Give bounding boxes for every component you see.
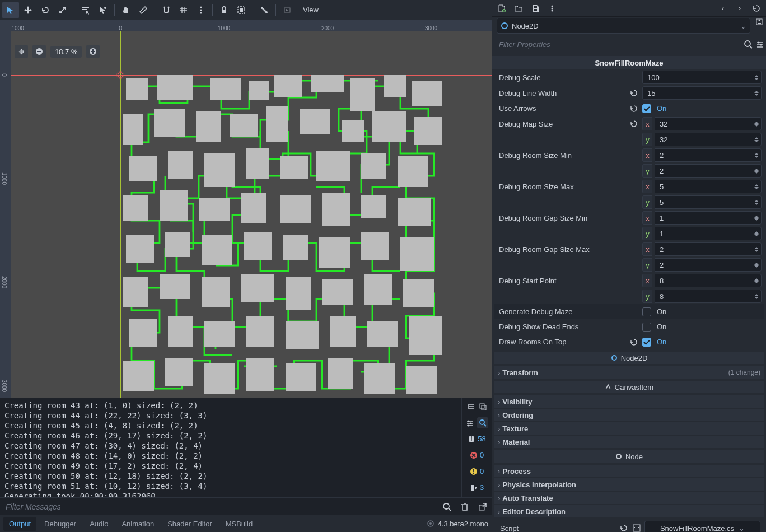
svg-rect-29 [342,120,364,142]
tab-debugger[interactable]: Debugger [39,517,82,531]
rotate-tool-icon[interactable] [37,2,54,18]
copy-icon[interactable] [479,403,487,410]
generate-maze-checkbox[interactable] [642,307,651,316]
tab-audio[interactable]: Audio [84,517,114,531]
gap-max-y-input[interactable]: 2 [655,258,762,272]
clear-log-icon[interactable] [456,502,474,511]
warn-count-badge[interactable]: !0 [462,463,492,479]
filter-options-icon[interactable] [756,40,764,48]
inspected-node-row[interactable]: Node2D ⌄ [497,18,750,34]
animation-options-icon[interactable] [279,2,296,18]
filter-properties-input[interactable] [494,40,740,49]
history-reload-icon[interactable] [750,2,763,15]
separator [275,4,276,16]
start-y-input[interactable]: 8 [655,290,762,303]
category-ordering[interactable]: ›Ordering [494,409,764,421]
gap-max-x-input[interactable]: 2 [655,242,762,256]
docs-icon[interactable] [755,17,764,33]
info-count-badge[interactable]: !58 [462,431,492,447]
script-file-button[interactable]: SnowFillRoomMaze.cs⌄ [644,521,760,532]
error-count-badge[interactable]: 0 [462,447,492,463]
zoom-in-icon[interactable] [86,45,100,58]
list-select-icon[interactable] [77,2,94,18]
history-prev-icon[interactable]: ‹ [717,2,729,15]
perf-count-badge[interactable]: 3 [462,479,492,496]
history-next-icon[interactable]: › [734,2,746,15]
zoom-reset-icon[interactable]: ✥ [15,45,28,58]
inspected-node-label: Node2D [512,22,737,30]
svg-rect-23 [123,114,143,145]
new-resource-icon[interactable] [496,2,508,15]
use-arrows-checkbox[interactable] [642,104,651,113]
prop-label: Debug Room Gap Size Max [497,245,625,254]
tab-msbuild[interactable]: MSBuild [220,517,258,531]
extra-options-icon[interactable] [546,2,558,15]
snap-toggle-icon[interactable] [158,2,175,18]
reset-icon[interactable] [629,104,639,114]
chevron-down-icon: ⌄ [740,22,746,30]
search-icon[interactable] [438,502,456,511]
svg-rect-30 [372,111,406,142]
draw-rooms-checkbox[interactable] [642,338,651,347]
reset-icon[interactable] [629,88,639,98]
svg-rect-43 [241,193,266,223]
view-menu-button[interactable]: View [296,2,325,18]
grid-snap-icon[interactable] [175,2,192,18]
save-resource-icon[interactable] [529,2,541,15]
map-size-y-input[interactable]: 32 [655,133,762,146]
select-tool-icon[interactable] [2,2,19,18]
room-max-x-input[interactable]: 5 [655,180,762,193]
snap-options-icon[interactable] [193,2,209,18]
svg-rect-32 [129,156,157,181]
load-resource-icon[interactable] [512,2,525,15]
filter-messages-input[interactable] [0,502,438,511]
category-auto-translate[interactable]: ›Auto Translate [494,492,764,504]
tab-shader-editor[interactable]: Shader Editor [162,517,218,531]
canvas-body[interactable] [11,31,492,398]
debug-line-width-input[interactable]: 15 [642,86,762,100]
lock-icon[interactable] [216,2,232,18]
room-min-x-input[interactable]: 2 [655,148,762,162]
property-list[interactable]: Debug Scale100 Debug Line Width15 Use Ar… [492,69,766,532]
canvas-viewport[interactable]: -1000 0 1000 2000 3000 0 1000 2000 3000 [0,20,492,398]
dead-ends-checkbox[interactable] [642,323,651,332]
category-editor-description[interactable]: ›Editor Description [494,505,764,517]
tab-output[interactable]: Output [3,517,36,531]
svg-rect-22 [412,81,442,106]
pan-tool-icon[interactable] [118,2,134,18]
settings-icon[interactable] [466,419,474,427]
gap-min-x-input[interactable]: 1 [655,211,762,225]
script-icon[interactable] [632,524,641,532]
pop-out-icon[interactable] [474,502,492,511]
category-physics-interpolation[interactable]: ›Physics Interpolation [494,478,764,491]
category-transform[interactable]: ›Transform(1 change) [494,366,764,379]
gap-min-y-input[interactable]: 1 [655,227,762,240]
svg-point-90 [480,420,484,424]
search-log-icon[interactable] [477,417,488,428]
category-process[interactable]: ›Process [494,465,764,477]
custom-select-icon[interactable] [95,2,111,18]
room-min-y-input[interactable]: 2 [655,164,762,178]
move-tool-icon[interactable] [20,2,36,18]
scale-tool-icon[interactable] [54,2,71,18]
ruler-tool-icon[interactable] [135,2,152,18]
bone-icon[interactable] [256,2,273,18]
reset-icon[interactable] [629,337,639,347]
reset-icon[interactable] [629,119,639,129]
map-size-x-input[interactable]: 32 [655,117,762,130]
room-max-y-input[interactable]: 5 [655,195,762,209]
category-texture[interactable]: ›Texture [494,422,764,435]
start-x-input[interactable]: 8 [655,274,762,287]
category-material[interactable]: ›Material [494,436,764,448]
svg-rect-8 [222,10,226,13]
reset-icon[interactable] [619,523,629,532]
output-log[interactable]: Creating room 43 at: (1, 0) sized: (2, 2… [0,398,461,497]
group-icon[interactable] [233,2,250,18]
tab-animation[interactable]: Animation [116,517,160,531]
zoom-percent-label[interactable]: 18.7 % [50,46,82,58]
expand-icon[interactable] [468,403,475,410]
debug-scale-input[interactable]: 100 [642,71,762,84]
zoom-out-icon[interactable] [32,45,46,58]
category-visibility[interactable]: ›Visibility [494,395,764,408]
search-icon[interactable] [744,40,753,49]
